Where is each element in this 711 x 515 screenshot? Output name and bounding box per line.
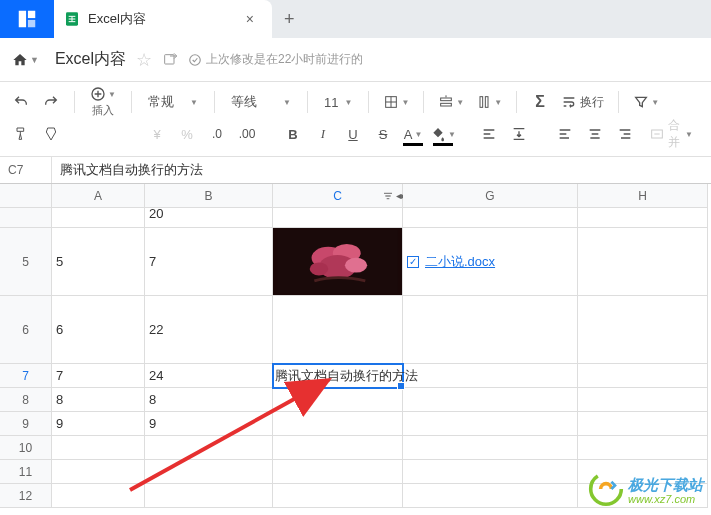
percent-button[interactable]: % — [174, 121, 200, 147]
col-header-c[interactable]: C ◂▸ — [273, 184, 403, 208]
insert-row-button[interactable]: ▼ — [434, 89, 468, 115]
underline-button[interactable]: U — [340, 121, 366, 147]
cell[interactable] — [578, 412, 708, 436]
cell[interactable] — [403, 412, 578, 436]
cell[interactable] — [52, 436, 145, 460]
cell[interactable] — [145, 436, 273, 460]
font-size-select[interactable]: 11▼ — [318, 89, 358, 115]
align-left-button[interactable] — [476, 121, 502, 147]
cell[interactable] — [403, 208, 578, 228]
row-header[interactable]: 10 — [0, 436, 52, 460]
filter-button[interactable]: ▼ — [629, 89, 663, 115]
strikethrough-button[interactable]: S — [370, 121, 396, 147]
row-header[interactable]: 9 — [0, 412, 52, 436]
row-header[interactable]: 8 — [0, 388, 52, 412]
undo-button[interactable] — [8, 89, 34, 115]
fill-color-button[interactable]: ▼ — [430, 121, 456, 147]
number-format-select[interactable]: 常规▼ — [142, 89, 204, 115]
col-header-h[interactable]: H — [578, 184, 708, 208]
cell[interactable] — [273, 388, 403, 412]
clear-format-button[interactable] — [38, 121, 64, 147]
decimal-dec-button[interactable]: .0 — [204, 121, 230, 147]
cell[interactable]: 22 — [145, 296, 273, 364]
col-header-g[interactable]: G — [403, 184, 578, 208]
cell[interactable] — [403, 296, 578, 364]
cell[interactable] — [273, 484, 403, 508]
select-all-corner[interactable] — [0, 184, 52, 208]
cell[interactable] — [578, 208, 708, 228]
freeze-button[interactable]: ▼ 冻结 — [704, 116, 711, 152]
cell[interactable] — [403, 460, 578, 484]
currency-button[interactable]: ¥ — [144, 121, 170, 147]
cell[interactable]: 20 — [145, 208, 273, 228]
italic-button[interactable]: I — [310, 121, 336, 147]
star-icon[interactable]: ☆ — [136, 49, 152, 71]
row-header[interactable]: 11 — [0, 460, 52, 484]
document-tab[interactable]: Excel内容 × — [54, 0, 272, 38]
col-header-b[interactable]: B — [145, 184, 273, 208]
row-header[interactable]: 7 — [0, 364, 52, 388]
cell[interactable] — [52, 460, 145, 484]
cell[interactable] — [578, 364, 708, 388]
cell[interactable] — [273, 296, 403, 364]
font-color-button[interactable]: A▼ — [400, 121, 426, 147]
cell-image[interactable] — [273, 228, 403, 296]
cell[interactable]: 7 — [145, 228, 273, 296]
cell[interactable] — [145, 484, 273, 508]
formula-input[interactable]: 腾讯文档自动换行的方法 — [52, 161, 711, 179]
format-painter-button[interactable] — [8, 121, 34, 147]
cell[interactable] — [578, 296, 708, 364]
cell[interactable] — [52, 208, 145, 228]
cell[interactable] — [403, 388, 578, 412]
autosum-button[interactable]: Σ — [527, 89, 553, 115]
row-header[interactable]: 12 — [0, 484, 52, 508]
insert-col-button[interactable]: ▼ — [472, 89, 506, 115]
cell[interactable]: 8 — [145, 388, 273, 412]
cell[interactable] — [578, 388, 708, 412]
col-header-a[interactable]: A — [52, 184, 145, 208]
document-title[interactable]: Excel内容 — [55, 49, 126, 70]
cell[interactable] — [52, 484, 145, 508]
cell[interactable]: 6 — [52, 296, 145, 364]
cell[interactable]: 24 — [145, 364, 273, 388]
row-header[interactable]: 5 — [0, 228, 52, 296]
wrap-text-button[interactable]: 换行 — [557, 89, 608, 115]
decimal-inc-button[interactable]: .00 — [234, 121, 260, 147]
bold-button[interactable]: B — [280, 121, 306, 147]
cell[interactable] — [578, 436, 708, 460]
valign-button[interactable] — [506, 121, 532, 147]
cell[interactable] — [273, 208, 403, 228]
halign-right-button[interactable] — [612, 121, 638, 147]
halign-left-button[interactable] — [552, 121, 578, 147]
cell[interactable] — [403, 364, 578, 388]
checkbox-icon[interactable]: ✓ — [407, 256, 419, 268]
cell[interactable]: 9 — [52, 412, 145, 436]
redo-button[interactable] — [38, 89, 64, 115]
cell[interactable] — [273, 436, 403, 460]
new-tab-button[interactable]: + — [272, 9, 307, 30]
halign-center-button[interactable] — [582, 121, 608, 147]
insert-button[interactable]: ▼ 插入 — [85, 84, 121, 120]
cell[interactable]: 9 — [145, 412, 273, 436]
cell[interactable]: 5 — [52, 228, 145, 296]
share-icon[interactable] — [162, 52, 178, 68]
cell[interactable] — [145, 460, 273, 484]
cell-link[interactable]: ✓ 二小说.docx — [403, 228, 578, 296]
font-family-select[interactable]: 等线▼ — [225, 89, 297, 115]
app-logo-tab[interactable] — [0, 0, 54, 38]
cell[interactable] — [403, 436, 578, 460]
close-icon[interactable]: × — [242, 11, 258, 27]
cell[interactable]: 8 — [52, 388, 145, 412]
document-link[interactable]: 二小说.docx — [425, 253, 495, 271]
cell[interactable] — [403, 484, 578, 508]
row-header[interactable] — [0, 208, 52, 228]
filter-icon[interactable] — [380, 188, 396, 204]
cell[interactable] — [273, 412, 403, 436]
merge-button[interactable]: 合并▼ — [658, 121, 684, 147]
cell[interactable] — [273, 460, 403, 484]
row-header[interactable]: 6 — [0, 296, 52, 364]
home-button[interactable]: ▼ — [12, 52, 39, 68]
cell[interactable] — [578, 228, 708, 296]
borders-button[interactable]: ▼ — [379, 89, 413, 115]
cell-selected[interactable]: 腾讯文档自动换行的方法 — [273, 364, 403, 388]
